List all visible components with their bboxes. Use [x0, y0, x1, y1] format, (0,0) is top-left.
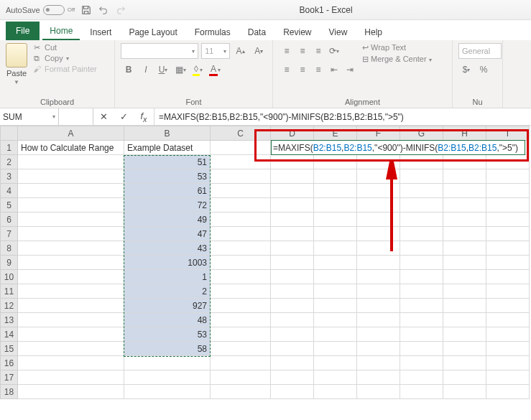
- cell[interactable]: [400, 241, 443, 256]
- cell[interactable]: [400, 342, 443, 356]
- decrease-indent-button[interactable]: ⇤: [326, 62, 342, 78]
- cell[interactable]: [357, 198, 400, 213]
- cell[interactable]: [271, 284, 314, 299]
- row-header[interactable]: 3: [1, 169, 18, 184]
- cell[interactable]: [400, 327, 443, 342]
- cancel-formula-button[interactable]: ✕: [93, 111, 114, 122]
- cell[interactable]: [443, 356, 486, 370]
- tab-help[interactable]: Help: [357, 24, 389, 40]
- align-right-button[interactable]: ≡: [310, 62, 326, 78]
- cell[interactable]: [211, 313, 271, 327]
- cell[interactable]: [486, 227, 530, 241]
- cell[interactable]: [314, 327, 357, 342]
- cell[interactable]: [211, 327, 271, 342]
- cell[interactable]: [443, 385, 486, 399]
- cell[interactable]: [271, 270, 314, 284]
- cell[interactable]: [271, 385, 314, 399]
- column-header[interactable]: G: [400, 126, 443, 141]
- tab-page-layout[interactable]: Page Layout: [121, 24, 184, 40]
- cell[interactable]: [271, 241, 314, 256]
- cell[interactable]: [271, 184, 314, 198]
- cell[interactable]: [486, 342, 530, 356]
- cell[interactable]: [400, 313, 443, 327]
- cell[interactable]: 58: [124, 342, 211, 356]
- cell[interactable]: [211, 241, 271, 256]
- align-center-button[interactable]: ≡: [295, 62, 310, 78]
- cell[interactable]: [18, 313, 124, 327]
- cell[interactable]: [400, 169, 443, 184]
- cell[interactable]: [314, 184, 357, 198]
- enter-formula-button[interactable]: ✓: [114, 111, 134, 122]
- cell[interactable]: [357, 270, 400, 284]
- cut-button[interactable]: ✂ Cut: [32, 43, 97, 52]
- insert-function-button[interactable]: fx: [134, 111, 154, 123]
- cell[interactable]: [486, 313, 530, 327]
- cell[interactable]: [211, 356, 271, 370]
- tab-data[interactable]: Data: [241, 24, 273, 40]
- cell[interactable]: 53: [124, 169, 211, 184]
- cell[interactable]: [486, 327, 530, 342]
- cell[interactable]: [486, 184, 530, 198]
- tab-file[interactable]: File: [6, 22, 40, 40]
- cell[interactable]: 72: [124, 198, 211, 213]
- save-icon[interactable]: [80, 4, 92, 16]
- row-header[interactable]: 7: [1, 227, 18, 241]
- paste-button[interactable]: Paste ▼: [6, 43, 27, 85]
- row-header[interactable]: 18: [1, 385, 18, 399]
- formula-bar-input[interactable]: =MAXIFS(B2:B15,B2:B15,"<900")-MINIFS(B2:…: [154, 108, 531, 125]
- cell[interactable]: [314, 241, 357, 256]
- cell[interactable]: [486, 299, 530, 313]
- borders-button[interactable]: ▦▾: [172, 62, 188, 78]
- cell[interactable]: [314, 169, 357, 184]
- cell[interactable]: [357, 356, 400, 370]
- cell[interactable]: [400, 198, 443, 213]
- cell[interactable]: [211, 184, 271, 198]
- cell[interactable]: [443, 299, 486, 313]
- row-header[interactable]: 14: [1, 327, 18, 342]
- cell[interactable]: [18, 356, 124, 370]
- cell[interactable]: [357, 213, 400, 227]
- cell[interactable]: 48: [124, 313, 211, 327]
- cell[interactable]: [18, 342, 124, 356]
- font-name-select[interactable]: ▾: [121, 43, 198, 59]
- cell[interactable]: [271, 342, 314, 356]
- copy-button[interactable]: ⧉ Copy ▾: [32, 54, 97, 62]
- cell[interactable]: [443, 213, 486, 227]
- column-header[interactable]: F: [357, 126, 400, 141]
- cell[interactable]: 1: [124, 270, 211, 284]
- increase-indent-button[interactable]: ⇥: [342, 62, 358, 78]
- cell[interactable]: [314, 356, 357, 370]
- fill-color-button[interactable]: ◊▾: [190, 62, 206, 78]
- cell[interactable]: 1003: [124, 256, 211, 270]
- row-header[interactable]: 17: [1, 370, 18, 385]
- cell[interactable]: [486, 198, 530, 213]
- cell[interactable]: [314, 342, 357, 356]
- row-header[interactable]: 15: [1, 342, 18, 356]
- cell[interactable]: [357, 155, 400, 169]
- cell[interactable]: [357, 370, 400, 385]
- increase-font-button[interactable]: A▴: [233, 43, 249, 59]
- cell[interactable]: 2: [124, 284, 211, 299]
- decrease-font-button[interactable]: A▾: [251, 43, 267, 59]
- bold-button[interactable]: B: [121, 62, 137, 78]
- cell[interactable]: [357, 241, 400, 256]
- cell[interactable]: [18, 256, 124, 270]
- cell[interactable]: [211, 141, 271, 155]
- row-header[interactable]: 9: [1, 256, 18, 270]
- cell[interactable]: [443, 370, 486, 385]
- cell[interactable]: [400, 270, 443, 284]
- cell[interactable]: [211, 256, 271, 270]
- cell[interactable]: [271, 299, 314, 313]
- italic-button[interactable]: I: [138, 62, 154, 78]
- redo-icon[interactable]: [115, 4, 126, 16]
- cell[interactable]: [357, 169, 400, 184]
- cell[interactable]: [211, 370, 271, 385]
- column-header[interactable]: B: [124, 126, 211, 141]
- cell[interactable]: [314, 313, 357, 327]
- column-header[interactable]: D: [271, 126, 314, 141]
- cell[interactable]: [400, 213, 443, 227]
- currency-button[interactable]: $▾: [458, 62, 474, 78]
- select-all-cell[interactable]: [1, 126, 18, 141]
- cell[interactable]: [357, 313, 400, 327]
- cell[interactable]: [486, 241, 530, 256]
